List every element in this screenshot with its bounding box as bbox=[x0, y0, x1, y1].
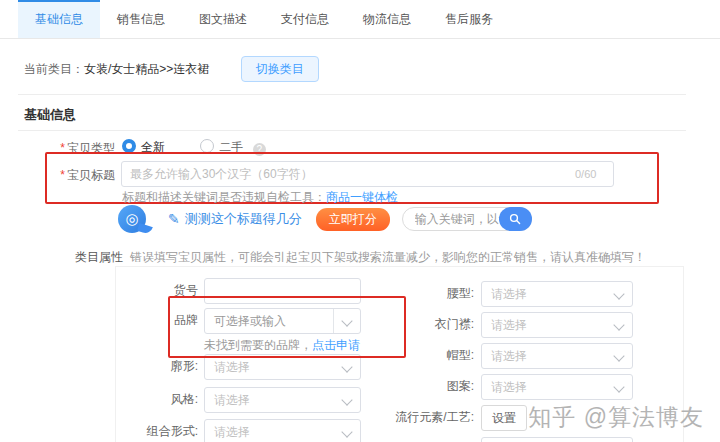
watermark-text: 知乎 @算法博友 bbox=[528, 402, 704, 433]
title-check-link[interactable]: 商品一键体检 bbox=[326, 190, 398, 204]
divider bbox=[18, 94, 686, 95]
set-elements-button[interactable]: 设置 bbox=[481, 405, 527, 431]
style-select-value: 请选择 bbox=[214, 393, 250, 407]
field-label-hat-type: 帽型: bbox=[364, 342, 474, 368]
field-label-item-number: 货号 bbox=[116, 277, 198, 303]
product-edit-page: 基础信息 销售信息 图文描述 支付信息 物流信息 售后服务 当前类目：女装/女士… bbox=[0, 0, 720, 442]
field-label-pattern: 图案: bbox=[364, 373, 474, 399]
switch-category-button[interactable]: 切换类目 bbox=[241, 56, 319, 82]
radio-new[interactable]: 全新 bbox=[122, 140, 165, 154]
category-attrs-label: 类目属性 bbox=[0, 249, 123, 266]
brand-apply-link[interactable]: 点击申请 bbox=[312, 338, 360, 352]
section-title-basic: 基础信息 bbox=[24, 106, 76, 124]
field-label-placket: 衣门襟: bbox=[364, 311, 474, 337]
waist-select-value: 请选择 bbox=[491, 287, 527, 301]
pattern-select-value: 请选择 bbox=[491, 380, 527, 394]
item-type-label: 宝贝类型 bbox=[67, 141, 115, 155]
radio-used[interactable]: 二手 bbox=[200, 140, 243, 154]
field-label-combination: 组合形式: bbox=[116, 418, 198, 442]
brand-select[interactable]: 可选择或输入 bbox=[204, 308, 361, 334]
item-number-input[interactable] bbox=[204, 278, 361, 304]
title-hint-text: 标题和描述关键词是否违规自检工具： bbox=[122, 190, 326, 204]
pattern-select[interactable]: 请选择 bbox=[481, 374, 633, 400]
badge-tail-shape bbox=[137, 223, 153, 235]
radio-selected-icon bbox=[122, 139, 136, 153]
chevron-down-icon bbox=[613, 381, 624, 392]
required-mark: * bbox=[60, 141, 65, 155]
current-category-label: 当前类目： bbox=[24, 62, 84, 76]
silhouette-select[interactable]: 请选择 bbox=[204, 354, 361, 380]
category-attrs-warning: 错误填写宝贝属性，可能会引起宝贝下架或搜索流量减少，影响您的正常销售，请认真准确… bbox=[130, 249, 646, 266]
radio-unselected-icon bbox=[200, 139, 214, 153]
chevron-down-icon bbox=[613, 350, 624, 361]
field-label-elements-craft: 流行元素/工艺: bbox=[364, 404, 474, 430]
item-type-label-wrap: *宝贝类型 bbox=[0, 140, 115, 157]
keyword-search-box bbox=[402, 207, 532, 231]
score-now-button[interactable]: 立即打分 bbox=[316, 208, 390, 231]
partial-next-field-select[interactable] bbox=[481, 437, 633, 442]
combination-select-value: 请选择 bbox=[214, 425, 250, 439]
score-title-text: 测测这个标题得几分 bbox=[185, 210, 302, 228]
radio-used-label: 二手 bbox=[219, 140, 243, 154]
chevron-down-icon bbox=[613, 288, 624, 299]
style-select[interactable]: 请选择 bbox=[204, 387, 361, 413]
chevron-down-icon bbox=[341, 361, 352, 372]
brand-hint-text: 未找到需要的品牌， bbox=[204, 338, 312, 352]
chevron-down-icon bbox=[341, 426, 352, 437]
field-label-brand: 品牌 bbox=[116, 307, 198, 333]
item-title-input[interactable] bbox=[121, 161, 614, 187]
tab-description[interactable]: 图文描述 bbox=[182, 0, 264, 38]
keyword-search-button[interactable] bbox=[499, 207, 532, 231]
brand-hint-row: 未找到需要的品牌，点击申请 bbox=[204, 337, 360, 354]
hat-type-select-value: 请选择 bbox=[491, 349, 527, 363]
item-type-options: 全新 二手 ? bbox=[122, 139, 266, 156]
chevron-down-icon bbox=[341, 315, 352, 326]
tab-sales-info[interactable]: 销售信息 bbox=[100, 0, 182, 38]
chevron-down-icon bbox=[613, 319, 624, 330]
tab-payment-info[interactable]: 支付信息 bbox=[264, 0, 346, 38]
target-icon: ◎ bbox=[125, 210, 138, 227]
tab-logistics-info[interactable]: 物流信息 bbox=[346, 0, 428, 38]
field-label-waist: 腰型: bbox=[364, 280, 474, 306]
tab-bar: 基础信息 销售信息 图文描述 支付信息 物流信息 售后服务 bbox=[0, 0, 720, 39]
item-title-label: 宝贝标题 bbox=[67, 168, 115, 182]
tab-after-sales[interactable]: 售后服务 bbox=[428, 0, 510, 38]
required-mark: * bbox=[60, 168, 65, 182]
field-label-style: 风格: bbox=[116, 386, 198, 412]
divider bbox=[18, 130, 686, 131]
keyword-search-input[interactable] bbox=[413, 211, 503, 227]
current-category-row: 当前类目：女装/女士精品>>连衣裙 切换类目 bbox=[24, 56, 319, 82]
radio-new-label: 全新 bbox=[141, 140, 165, 154]
placket-select[interactable]: 请选择 bbox=[481, 312, 633, 338]
placket-select-value: 请选择 bbox=[491, 318, 527, 332]
silhouette-select-value: 请选择 bbox=[214, 360, 250, 374]
score-badge-icon: ◎ bbox=[118, 205, 146, 233]
hat-type-select[interactable]: 请选择 bbox=[481, 343, 633, 369]
item-title-label-wrap: *宝贝标题 bbox=[0, 167, 115, 184]
help-icon[interactable]: ? bbox=[253, 143, 266, 156]
select-divider bbox=[333, 309, 334, 333]
combination-select[interactable]: 请选择 bbox=[204, 419, 361, 442]
title-score-toolbar: ◎ ✎ 测测这个标题得几分 立即打分 bbox=[118, 203, 532, 235]
current-category-value: 女装/女士精品>>连衣裙 bbox=[84, 62, 209, 76]
waist-select[interactable]: 请选择 bbox=[481, 281, 633, 307]
field-label-silhouette: 廓形: bbox=[116, 353, 198, 379]
tab-basic-info[interactable]: 基础信息 bbox=[18, 0, 100, 38]
pencil-icon: ✎ bbox=[168, 211, 180, 227]
search-icon bbox=[509, 213, 521, 225]
chevron-down-icon bbox=[341, 394, 352, 405]
char-counter: 0/60 bbox=[575, 168, 596, 180]
brand-select-value: 可选择或输入 bbox=[214, 314, 286, 328]
